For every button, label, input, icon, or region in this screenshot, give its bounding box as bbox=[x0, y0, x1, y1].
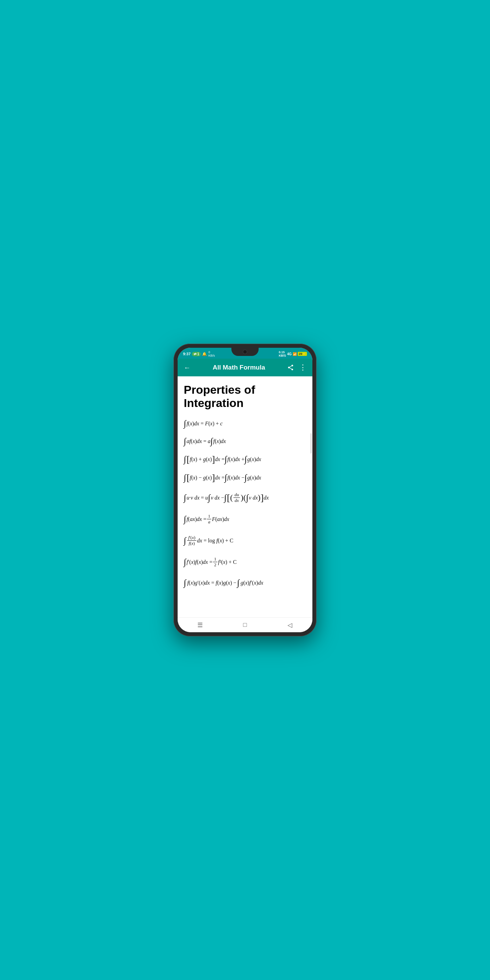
share-button[interactable] bbox=[285, 362, 296, 373]
status-left: 9:37 ⇄ 1 🔔 0KB/s bbox=[183, 350, 215, 357]
signal-badge: ⇄ 1 bbox=[192, 352, 201, 356]
phone-screen: 9:37 ⇄ 1 🔔 0KB/s 0.15KB/S 4G 📶 29⚡ ← All… bbox=[178, 348, 312, 632]
status-right: 0.15KB/S 4G 📶 29⚡ bbox=[279, 350, 307, 357]
formula-5: ∫ u·v dx = u ∫ v dx − ∫ [ ( du dx ) ( ∫ … bbox=[184, 492, 306, 503]
battery-indicator: 29⚡ bbox=[298, 352, 307, 356]
formula-7: ∫ f′(x) f(x) dx = log f(x) + C bbox=[184, 535, 306, 546]
formula-8: ∫ f′(x)f(x)dx = 1 2 f²(x) + C bbox=[184, 556, 306, 568]
formula-9: ∫ f(x)g′(x)dx = f(x)g(x) − ∫ g(x)f′(x)dx bbox=[184, 578, 306, 588]
network-type: 4G bbox=[287, 352, 292, 356]
camera-notch bbox=[231, 348, 259, 356]
notification-icon: 🔔 bbox=[202, 352, 207, 356]
phone-frame: 9:37 ⇄ 1 🔔 0KB/s 0.15KB/S 4G 📶 29⚡ ← All… bbox=[173, 344, 317, 636]
data-indicator: 0.15KB/S bbox=[279, 350, 286, 357]
back-nav-button[interactable]: ◁ bbox=[283, 618, 297, 632]
menu-nav-button[interactable]: ☰ bbox=[193, 618, 207, 632]
formula-2: ∫ af(x)dx = a ∫ f(x)dx bbox=[184, 436, 306, 447]
data-speed: 0KB/s bbox=[208, 350, 215, 357]
bottom-nav: ☰ □ ◁ bbox=[178, 617, 312, 632]
formula-list: ∫ f(x)dx = F(x) + c ∫ af(x)dx = a ∫ f(x)… bbox=[184, 417, 306, 591]
app-bar: ← All Math Formula ⋮ bbox=[178, 359, 312, 376]
content-area[interactable]: Properties of Integration ∫ f(x)dx = F(x… bbox=[178, 376, 312, 617]
formula-4: ∫ [ f(x) − g(x) ] dx = ∫ f(x)dx − ∫ g(x)… bbox=[184, 472, 306, 483]
scroll-indicator bbox=[310, 433, 312, 453]
formula-6: ∫ f(ax)dx = 1 a F(ax)dx bbox=[184, 514, 306, 525]
page-title: Properties of Integration bbox=[184, 383, 306, 410]
more-options-button[interactable]: ⋮ bbox=[298, 362, 308, 373]
signal-bars: 📶 bbox=[293, 352, 297, 356]
back-button[interactable]: ← bbox=[182, 362, 192, 373]
formula-1: ∫ f(x)dx = F(x) + c bbox=[184, 418, 306, 429]
app-bar-icons: ⋮ bbox=[285, 362, 308, 373]
time-display: 9:37 bbox=[183, 352, 191, 356]
app-bar-title: All Math Formula bbox=[197, 364, 281, 371]
home-nav-button[interactable]: □ bbox=[238, 618, 252, 632]
camera-dot bbox=[243, 350, 247, 354]
formula-3: ∫ [ f(x) + g(x) ] dx = ∫ f(x)dx + ∫ g(x)… bbox=[184, 454, 306, 465]
